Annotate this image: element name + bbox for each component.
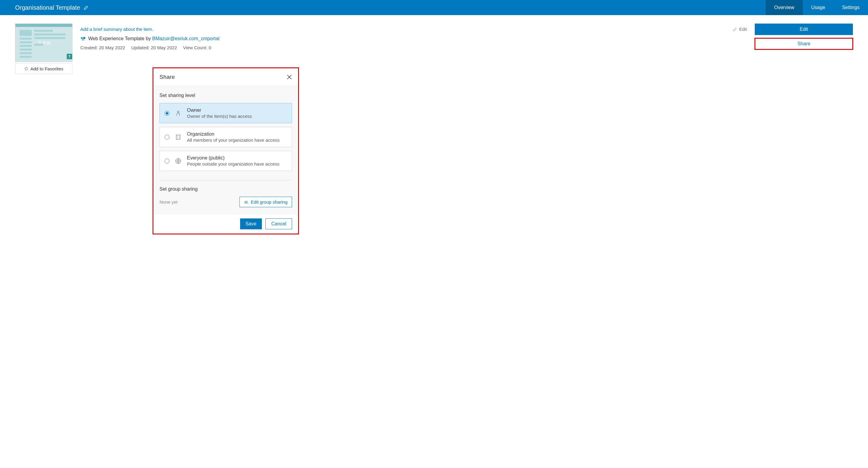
author-link[interactable]: BMazuir@esriuk.com_cmportal xyxy=(152,36,220,41)
summary-placeholder[interactable]: Add a brief summary about the item. xyxy=(80,27,153,32)
template-badge: T xyxy=(67,54,72,59)
share-button[interactable]: Share xyxy=(755,38,853,50)
svg-rect-0 xyxy=(81,37,83,39)
meta-row: Created: 20 May 2022 Updated: 20 May 202… xyxy=(80,45,747,50)
view-count: View Count: 0 xyxy=(183,45,211,50)
item-type-row: Web Experience Template by BMazuir@esriu… xyxy=(80,36,747,41)
tab-overview[interactable]: Overview xyxy=(766,0,803,15)
item-thumbnail[interactable]: Edit T xyxy=(15,24,72,62)
app-header: Organisational Template Overview Usage S… xyxy=(0,0,868,15)
created-date: Created: 20 May 2022 xyxy=(80,45,125,50)
close-icon[interactable] xyxy=(287,74,292,80)
side-column: Edit Share xyxy=(755,24,853,74)
star-icon xyxy=(24,66,28,71)
item-type-icon xyxy=(80,36,86,41)
edit-summary-label: Edit xyxy=(739,27,747,32)
modal-title: Share xyxy=(159,74,175,80)
item-type-text: Web Experience Template by BMazuir@esriu… xyxy=(88,36,220,41)
thumbnail-edit-overlay[interactable]: Edit xyxy=(16,24,72,62)
pencil-icon xyxy=(733,27,737,31)
add-favorites-label: Add to Favorites xyxy=(30,66,63,71)
header-tabs: Overview Usage Settings xyxy=(766,0,868,15)
updated-date: Updated: 20 May 2022 xyxy=(131,45,177,50)
summary-row: Add a brief summary about the item. Edit xyxy=(80,27,747,32)
share-modal: Share Set sharing level Owner Owner of t… xyxy=(153,67,299,83)
main-column: Add a brief summary about the item. Edit… xyxy=(80,24,747,74)
thumbnail-edit-label: Edit xyxy=(43,40,51,45)
edit-summary-link[interactable]: Edit xyxy=(733,27,747,32)
edit-title-icon[interactable] xyxy=(84,5,89,10)
add-favorites-button[interactable]: Add to Favorites xyxy=(15,63,72,74)
page-title: Organisational Template xyxy=(15,4,80,11)
content-area: Edit T Add to Favorites Add a brief summ… xyxy=(0,15,868,83)
modal-header: Share xyxy=(153,68,298,83)
tab-usage[interactable]: Usage xyxy=(803,0,834,15)
svg-rect-2 xyxy=(82,39,84,40)
svg-rect-1 xyxy=(83,37,85,39)
edit-button[interactable]: Edit xyxy=(755,24,853,35)
thumbnail-column: Edit T Add to Favorites xyxy=(15,24,72,74)
tab-settings[interactable]: Settings xyxy=(834,0,868,15)
external-link-icon xyxy=(37,41,41,45)
